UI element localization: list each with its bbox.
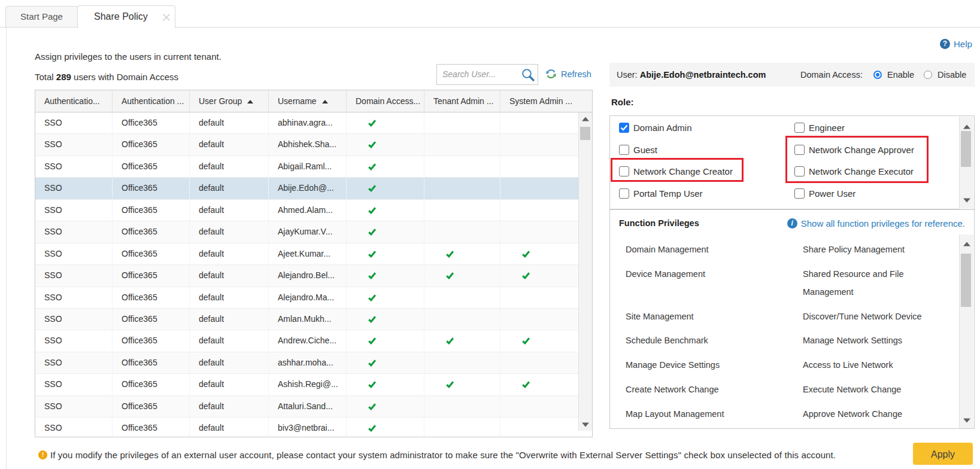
privileges-scrollbar-thumb[interactable]	[961, 254, 971, 307]
scroll-down-icon[interactable]	[960, 195, 973, 205]
table-row[interactable]: SSOOffice365defaultAbije.Edoh@...	[35, 178, 579, 199]
cell-tenant-access	[424, 112, 500, 133]
table-row[interactable]: SSOOffice365defaultabhinav.agra...	[35, 112, 579, 134]
cell-tenant-access	[424, 243, 500, 264]
cell-user-group: default	[190, 134, 269, 155]
cell-domain-access	[347, 396, 424, 417]
table-row[interactable]: SSOOffice365defaultAmlan.Mukh...	[35, 309, 579, 330]
green-check-icon	[368, 249, 377, 258]
cell-user-group: default	[190, 112, 269, 133]
cell-system-access	[500, 418, 579, 437]
current-user-text: User: Abije.Edoh@netbraintech.com	[617, 63, 766, 87]
col-header-tenant-admin[interactable]: Tenant Admin ...	[424, 90, 500, 112]
col-header-authentication-1[interactable]: Authenticatio...	[35, 90, 113, 112]
scroll-down-icon[interactable]	[579, 419, 592, 430]
cell-tenant-access	[424, 178, 500, 199]
table-row[interactable]: SSOOffice365defaultAndrew.Ciche...	[35, 330, 579, 352]
green-check-icon	[368, 380, 377, 389]
search-icon[interactable]	[521, 68, 535, 81]
privileges-scrollbar[interactable]	[959, 234, 973, 428]
table-row[interactable]: SSOOffice365defaultAttaluri.Sand...	[35, 396, 579, 418]
checkbox-unchecked-icon[interactable]	[794, 188, 805, 199]
table-row[interactable]: SSOOffice365defaultAshish.Regi@...	[35, 374, 579, 395]
col-header-system-admin[interactable]: System Admin ...	[500, 90, 579, 112]
table-row[interactable]: SSOOffice365defaultAlejandro.Ma...	[35, 287, 579, 309]
table-scrollbar-thumb[interactable]	[580, 127, 590, 140]
total-prefix: Total	[35, 72, 56, 82]
green-check-icon	[368, 402, 377, 411]
annotation-rect-approver-executor	[785, 136, 929, 183]
tab-share-policy[interactable]: Share Policy	[77, 5, 175, 28]
table-row[interactable]: SSOOffice365defaultashhar.moha...	[35, 352, 579, 374]
checkbox-checked-icon[interactable]	[619, 123, 629, 133]
show-all-privileges-label: Show all function privileges for referen…	[801, 218, 965, 229]
cell-auth-type: Office365	[113, 134, 190, 155]
table-row[interactable]: SSOOffice365defaultAjayKumar.V...	[35, 221, 579, 243]
cell-domain-access	[347, 330, 424, 351]
cell-auth-server: SSO	[35, 287, 113, 308]
table-row[interactable]: SSOOffice365defaultAbhishek.Sha...	[35, 134, 579, 156]
tab-start-page-label: Start Page	[20, 11, 63, 22]
cell-auth-server: SSO	[35, 221, 113, 242]
cell-domain-access	[347, 156, 424, 177]
cell-system-access	[500, 309, 579, 330]
cell-domain-access	[347, 200, 424, 221]
cell-username: ashhar.moha...	[269, 352, 347, 373]
col-header-username[interactable]: Username	[269, 90, 347, 112]
col-header-user-group[interactable]: User Group	[190, 90, 269, 112]
cell-system-access	[500, 156, 579, 177]
scroll-up-icon[interactable]	[579, 114, 592, 124]
cell-tenant-access	[424, 396, 500, 417]
green-check-icon	[368, 140, 377, 149]
enable-radio[interactable]	[873, 71, 882, 79]
role-scrollbar[interactable]	[959, 117, 973, 209]
cell-user-group: default	[190, 265, 269, 286]
role-scrollbar-thumb[interactable]	[961, 131, 971, 167]
privilege-item: Shared Resource and File Management	[803, 265, 940, 301]
green-check-icon	[521, 249, 530, 258]
table-body: SSOOffice365defaultabhinav.agra...SSOOff…	[35, 112, 579, 437]
close-tab-icon[interactable]	[162, 13, 171, 22]
tab-start-page[interactable]: Start Page	[5, 6, 78, 28]
show-all-privileges-link[interactable]: i Show all function privileges for refer…	[801, 218, 965, 229]
scroll-down-icon[interactable]	[960, 415, 973, 425]
apply-button[interactable]: Apply	[913, 443, 973, 465]
green-check-icon	[368, 424, 377, 433]
col-header-domain-access[interactable]: Domain Access...	[347, 90, 424, 112]
green-check-icon	[521, 380, 530, 389]
help-label: Help	[954, 39, 972, 49]
privilege-item: Manage Device Settings	[626, 359, 720, 371]
disable-radio[interactable]	[924, 71, 932, 79]
role-section-label: Role:	[611, 97, 634, 107]
green-check-icon	[521, 271, 530, 280]
cell-username: abhinav.agra...	[269, 112, 347, 133]
table-scrollbar[interactable]	[578, 112, 592, 431]
total-users-text: Total 289 users with Domain Access	[35, 72, 178, 82]
cell-system-access	[500, 374, 579, 395]
green-check-icon	[445, 271, 454, 280]
table-row[interactable]: SSOOffice365defaultAhmed.Alam...	[35, 200, 579, 221]
table-row[interactable]: SSOOffice365defaultAjeet.Kumar...	[35, 243, 579, 265]
cell-user-group: default	[190, 243, 269, 264]
cell-tenant-access	[424, 374, 500, 395]
cell-user-group: default	[190, 330, 269, 351]
user-label: User:	[617, 70, 638, 80]
cell-username: Amlan.Mukh...	[269, 309, 347, 330]
checkbox-unchecked-icon[interactable]	[794, 123, 805, 133]
cell-auth-server: SSO	[35, 330, 113, 351]
cell-auth-server: SSO	[35, 156, 113, 177]
table-row[interactable]: SSOOffice365defaultbiv3@netbrai...	[35, 418, 579, 437]
cell-tenant-access	[424, 134, 500, 155]
table-row[interactable]: SSOOffice365defaultAbigail.Raml...	[35, 156, 579, 178]
table-row[interactable]: SSOOffice365defaultAlejandro.Bel...	[35, 265, 579, 287]
scroll-up-icon[interactable]	[960, 239, 973, 249]
checkbox-unchecked-icon[interactable]	[619, 188, 629, 199]
cell-system-access	[500, 178, 579, 199]
col-header-authentication-2[interactable]: Authentication ...	[113, 90, 190, 112]
search-user-input[interactable]	[442, 65, 517, 83]
checkbox-unchecked-icon[interactable]	[619, 145, 629, 155]
intro-text: Assign privileges to the users in curren…	[35, 51, 222, 62]
cell-auth-type: Office365	[113, 156, 190, 177]
scroll-up-icon[interactable]	[960, 121, 973, 132]
cell-user-group: default	[190, 178, 269, 199]
